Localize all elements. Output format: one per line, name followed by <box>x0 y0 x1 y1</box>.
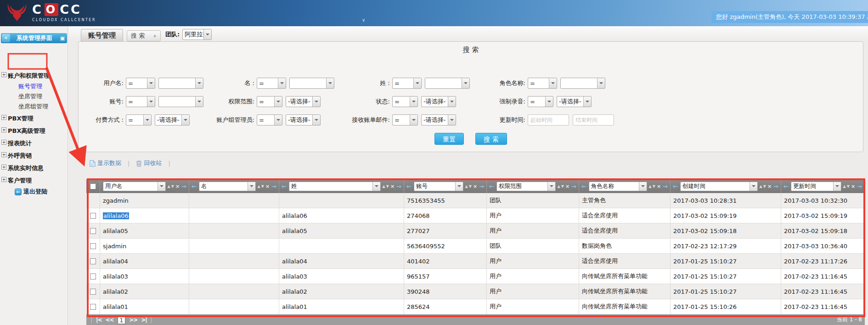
sidebar-item-pbx[interactable]: + PBX管理 <box>0 112 68 123</box>
sidebar-pin-icon[interactable]: ▣ <box>59 35 66 41</box>
current-page-number[interactable]: 1 <box>118 316 126 324</box>
sort-desc-icon[interactable]: ▼ <box>469 184 472 188</box>
search-button[interactable]: 搜 索 <box>475 133 507 145</box>
move-column-right-icon[interactable]: → <box>181 183 186 190</box>
move-column-left-icon[interactable]: ← <box>192 183 197 190</box>
row-checkbox[interactable] <box>90 228 96 234</box>
move-column-right-icon[interactable]: → <box>857 183 862 190</box>
value-select[interactable]: -请选择- <box>421 96 456 107</box>
sidebar-item-customer-management[interactable]: + 客户管理 <box>0 174 68 185</box>
column-select[interactable]: 更新时间 <box>791 182 841 191</box>
sidebar-item-logout[interactable]: ← 退出登陆 <box>0 187 68 197</box>
next-page-button[interactable]: >> <box>127 317 139 323</box>
search-value-combobox[interactable] <box>158 78 203 89</box>
column-select[interactable]: 账号 <box>414 182 463 191</box>
move-column-left-icon[interactable]: ← <box>282 183 287 190</box>
row-checkbox[interactable] <box>90 289 96 295</box>
operator-select[interactable]: = <box>392 114 418 125</box>
sort-asc-icon[interactable]: ▲ <box>843 184 846 188</box>
row-checkbox[interactable] <box>90 243 96 249</box>
move-column-left-icon[interactable]: ← <box>783 183 789 190</box>
operator-select[interactable]: = <box>528 96 553 107</box>
operator-select[interactable]: = <box>126 96 155 107</box>
clear-filter-icon[interactable]: × <box>390 183 395 189</box>
row-checkbox[interactable] <box>90 213 96 219</box>
column-select[interactable]: 权限范围 <box>496 182 556 191</box>
sort-asc-icon[interactable]: ▲ <box>760 184 762 188</box>
search-value-combobox[interactable] <box>158 96 203 107</box>
sidebar-collapse-icon[interactable]: « <box>2 34 10 42</box>
first-page-button[interactable]: |< <box>94 317 103 323</box>
sidebar-item-account-management[interactable]: 账号管理 <box>0 80 68 91</box>
operator-select[interactable]: = <box>528 78 557 89</box>
move-column-right-icon[interactable]: → <box>396 183 401 190</box>
expand-icon[interactable]: + <box>1 165 6 170</box>
sort-desc-icon[interactable]: ▼ <box>653 184 655 188</box>
table-row[interactable]: alilala01alilala01285624用户向传斌坐席所有菜单功能201… <box>86 299 865 314</box>
column-select[interactable]: 用户名 <box>103 182 166 191</box>
expand-icon[interactable]: + <box>1 127 6 132</box>
search-collapse-button[interactable]: 搜 索 « <box>127 30 161 41</box>
table-row[interactable]: alilala05alilala05277027用户适合坐席使用2017-03-… <box>86 223 865 239</box>
move-column-right-icon[interactable]: → <box>773 183 778 190</box>
search-value-combobox[interactable] <box>289 78 334 89</box>
row-checkbox[interactable] <box>90 274 96 279</box>
recycle-bin-link[interactable]: 回收站 <box>136 159 162 167</box>
sort-desc-icon[interactable]: ▼ <box>171 184 174 188</box>
clear-filter-icon[interactable]: × <box>175 183 180 189</box>
sidebar-item-agent-management[interactable]: 坐席管理 <box>0 91 68 101</box>
sort-desc-icon[interactable]: ▼ <box>386 184 389 188</box>
table-row[interactable]: alilala03alilala03965157用户向传斌坐席所有菜单功能201… <box>86 269 865 284</box>
move-column-right-icon[interactable]: → <box>479 183 484 190</box>
end-date-input[interactable] <box>573 114 614 125</box>
row-checkbox[interactable] <box>90 258 96 264</box>
move-column-right-icon[interactable]: → <box>271 183 276 190</box>
clear-filter-icon[interactable]: × <box>473 183 477 189</box>
sidebar-item-outbound[interactable]: + 外呼营销 <box>0 149 68 160</box>
sort-asc-icon[interactable]: ▲ <box>465 184 468 188</box>
expand-icon[interactable]: + <box>1 140 6 145</box>
move-column-left-icon[interactable]: ← <box>673 183 678 190</box>
column-select[interactable]: 名 <box>199 182 256 191</box>
search-value-combobox[interactable] <box>425 78 470 89</box>
sidebar-item-realtime-info[interactable]: + 系统实时信息 <box>0 162 68 173</box>
start-date-input[interactable] <box>528 114 569 125</box>
sidebar-item-pbx-advanced[interactable]: + PBX高级管理 <box>0 125 68 136</box>
expand-icon[interactable]: + <box>1 152 6 157</box>
value-select[interactable]: -请选择- <box>286 114 321 125</box>
move-column-right-icon[interactable]: → <box>571 183 576 190</box>
prev-page-button[interactable]: << <box>103 317 115 323</box>
clear-filter-icon[interactable]: × <box>657 183 661 189</box>
clear-filter-icon[interactable]: × <box>265 183 270 189</box>
search-value-combobox[interactable] <box>560 78 605 89</box>
table-row[interactable]: zgadmin7516353455团队主管角色2017-03-03 10:28:… <box>86 193 865 208</box>
move-column-left-icon[interactable]: ← <box>581 183 586 190</box>
sidebar-item-agent-group-management[interactable]: 坐席组管理 <box>0 101 68 111</box>
column-select[interactable]: 创建时间 <box>680 182 758 191</box>
sort-asc-icon[interactable]: ▲ <box>168 184 170 188</box>
operator-select[interactable]: = <box>126 78 155 89</box>
column-select[interactable]: 姓 <box>289 182 381 191</box>
expand-icon[interactable]: + <box>1 72 6 77</box>
row-checkbox[interactable] <box>90 304 96 310</box>
sort-desc-icon[interactable]: ▼ <box>261 184 264 188</box>
table-row[interactable]: alilala06alilala06274068用户适合坐席使用2017-03-… <box>86 208 865 223</box>
move-column-left-icon[interactable]: ← <box>489 183 494 190</box>
sidebar-item-account-permission[interactable]: + 账户和权限管理 <box>0 69 68 80</box>
value-select[interactable]: -请选择- <box>286 96 321 107</box>
table-row[interactable]: alilala02alilala02390248用户向传斌坐席所有菜单功能201… <box>86 284 865 299</box>
header-collapse-icon[interactable]: ∨ <box>362 17 365 23</box>
sort-asc-icon[interactable]: ▲ <box>558 184 560 188</box>
operator-select[interactable]: = <box>392 96 418 107</box>
sort-asc-icon[interactable]: ▲ <box>649 184 652 188</box>
value-select[interactable]: -请选择- <box>557 96 592 107</box>
tab-account-management[interactable]: 账号管理 <box>81 29 123 41</box>
value-select[interactable]: -请选择- <box>421 114 456 125</box>
sort-asc-icon[interactable]: ▲ <box>383 184 385 188</box>
expand-icon[interactable]: + <box>1 177 6 182</box>
last-page-button[interactable]: >| <box>139 317 148 323</box>
reset-button[interactable]: 重置 <box>434 133 464 145</box>
show-data-link[interactable]: 显示数据 <box>90 159 121 167</box>
sort-desc-icon[interactable]: ▼ <box>847 184 850 188</box>
expand-icon[interactable]: + <box>1 115 6 120</box>
